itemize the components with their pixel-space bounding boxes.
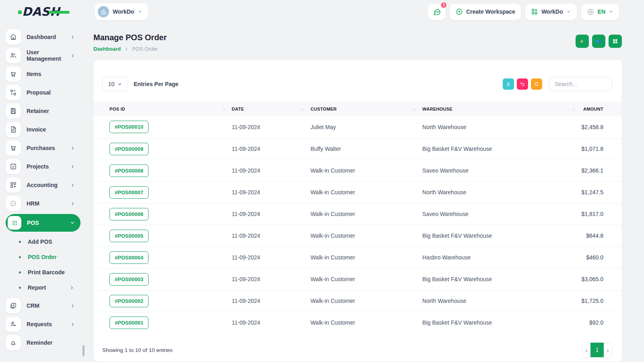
sidebar-subitem-add-pos[interactable]: Add POS [6, 234, 80, 249]
date-cell: 11-09-2024 [227, 312, 306, 333]
warehouse-cell: Hasbro Warehouse [417, 247, 576, 268]
sidebar-item-reminder[interactable]: Reminder [6, 335, 80, 351]
language-selector[interactable]: EN [581, 4, 619, 20]
breadcrumb-dashboard-link[interactable]: Dashboard [93, 46, 121, 52]
entries-per-page-select[interactable]: 10 [102, 77, 128, 91]
pos-id-badge[interactable]: #POS00005 [109, 230, 149, 242]
pagination-next-button[interactable]: › [604, 347, 612, 354]
google-drive-export-button[interactable] [576, 35, 589, 48]
column-header-warehouse[interactable]: WAREHOUSE↑↓ [417, 102, 576, 116]
table-row: #POS00001 11-09-2024 Walk-in Customer Bi… [93, 312, 622, 333]
sort-icon[interactable]: ↑↓ [301, 107, 303, 111]
sidebar-item-crm[interactable]: CRM [6, 298, 80, 314]
sidebar-item-accounting[interactable]: Accounting [6, 177, 80, 193]
sort-icon[interactable]: ↑↓ [413, 107, 415, 111]
amount-cell: $1,071.8 [577, 138, 622, 160]
sidebar-item-purchases[interactable]: Purchases [6, 140, 80, 156]
warehouse-cell: Saveo Warehouse [417, 160, 576, 181]
table-controls: 10 Entries Per Page [102, 77, 612, 91]
sidebar-item-retainer[interactable]: Retainer [6, 103, 80, 119]
sidebar-subitem-pos-order[interactable]: POS Order [6, 249, 80, 265]
create-workspace-label: Create Workspace [466, 8, 515, 15]
sidebar-item-requests[interactable]: Requests [6, 316, 80, 332]
onedrive-export-button[interactable] [592, 35, 605, 48]
messages-button[interactable]: 0 [428, 4, 446, 20]
amount-cell: $1,725.0 [577, 290, 622, 312]
sidebar-item-hrm[interactable]: HRM [6, 195, 80, 212]
chevron-right-icon [70, 202, 75, 206]
pos-id-badge[interactable]: #POS00010 [109, 121, 149, 133]
pagination-prev-button[interactable]: ‹ [582, 347, 590, 354]
sidebar-subitem-report[interactable]: Report [6, 280, 80, 295]
amount-cell: $2,366.1 [577, 160, 622, 181]
sidebar-item-dashboard[interactable]: Dashboard [6, 29, 80, 45]
sidebar-item-pos[interactable]: POS [6, 214, 80, 232]
reset-button[interactable] [517, 78, 528, 90]
sidebar-subitem-print-barcode[interactable]: Print Barcode [6, 265, 80, 280]
sidebar-scrollbar[interactable] [83, 345, 85, 356]
warehouse-cell: Big Basket F&V Warehouse [417, 225, 576, 247]
customer-cell: Juliet May [305, 116, 417, 138]
check-square-icon [6, 159, 21, 174]
chevron-right-icon [70, 322, 75, 327]
pos-id-badge[interactable]: #POS00007 [109, 186, 149, 199]
user-plus-icon [6, 317, 21, 332]
entries-per-page-label: Entries Per Page [134, 81, 178, 87]
create-workspace-button[interactable]: Create Workspace [450, 4, 521, 20]
sidebar-item-projects[interactable]: Projects [6, 158, 80, 175]
column-header-date[interactable]: DATE↑↓ [227, 102, 306, 116]
amount-cell: $1,247.5 [577, 181, 622, 203]
sort-icon[interactable]: ↑↓ [572, 107, 574, 111]
download-icon [506, 81, 511, 87]
chevron-down-icon [609, 9, 613, 14]
pagination-page-1[interactable]: 1 [590, 342, 604, 358]
table-row: #POS00010 11-09-2024 Juliet May North Wa… [93, 116, 622, 138]
chevron-right-icon [70, 165, 75, 169]
table-row: #POS00008 11-09-2024 Walk-in Customer Sa… [93, 160, 622, 181]
sidebar: Dashboard User Management Items Proposal… [0, 23, 85, 362]
refresh-button[interactable] [531, 78, 542, 90]
column-header-pos-id[interactable]: POS ID↑↓ [93, 102, 227, 116]
chevron-right-icon [124, 47, 128, 51]
date-cell: 11-09-2024 [227, 203, 306, 225]
table-row: #POS00009 11-09-2024 Buffy Walter Big Ba… [93, 138, 622, 160]
breadcrumb-current: POS Order [132, 46, 158, 52]
export-download-button[interactable] [503, 78, 514, 90]
column-header-amount[interactable]: AMOUNT [577, 102, 622, 116]
topbar: DASH WorkDo 0 Create Workspace [0, 0, 644, 23]
table-footer: Showing 1 to 10 of 10 entries ‹ 1 › [102, 342, 612, 358]
pos-id-badge[interactable]: #POS00001 [109, 317, 149, 329]
warehouse-cell: North Warehouse [417, 116, 576, 138]
breadcrumb: Dashboard POS Order [93, 46, 167, 52]
pos-order-table: POS ID↑↓ DATE↑↓ CUSTOMER↑↓ WAREHOUSE↑↓ A… [93, 102, 622, 333]
sidebar-item-proposal[interactable]: Proposal [6, 84, 80, 101]
column-header-customer[interactable]: CUSTOMER↑↓ [305, 102, 417, 116]
app-logo[interactable]: DASH [22, 5, 66, 19]
pos-id-badge[interactable]: #POS00003 [109, 273, 149, 286]
pos-id-badge[interactable]: #POS00002 [109, 295, 149, 307]
sort-icon[interactable]: ↑↓ [222, 107, 225, 111]
pos-id-badge[interactable]: #POS00008 [109, 165, 149, 177]
showing-entries-text: Showing 1 to 10 of 10 entries [102, 347, 173, 353]
pos-id-badge[interactable]: #POS00009 [109, 143, 149, 155]
grid-view-button[interactable] [609, 35, 622, 48]
workspace-selector[interactable]: WorkDo [95, 3, 148, 20]
sidebar-item-invoice[interactable]: Invoice [6, 121, 80, 138]
warehouse-cell: North Warehouse [417, 181, 576, 203]
pos-id-badge[interactable]: #POS00006 [109, 208, 149, 220]
sidebar-item-items[interactable]: Items [6, 66, 80, 82]
pos-id-badge[interactable]: #POS00004 [109, 251, 149, 264]
chat-icon [433, 8, 441, 16]
search-input[interactable] [549, 77, 612, 91]
workdo-menu-button[interactable]: WorkDo [525, 4, 576, 20]
customer-cell: Walk-in Customer [305, 290, 417, 312]
sidebar-item-user-management[interactable]: User Management [6, 47, 80, 64]
document-icon [6, 122, 21, 137]
chevron-right-icon [70, 304, 75, 308]
warehouse-cell: Big Basket F&V Warehouse [417, 312, 576, 333]
table-row: #POS00005 11-09-2024 Walk-in Customer Bi… [93, 225, 622, 247]
pagination: ‹ 1 › [582, 342, 612, 358]
header-actions [576, 35, 622, 48]
crm-icon [6, 298, 21, 313]
bell-icon [6, 335, 21, 350]
